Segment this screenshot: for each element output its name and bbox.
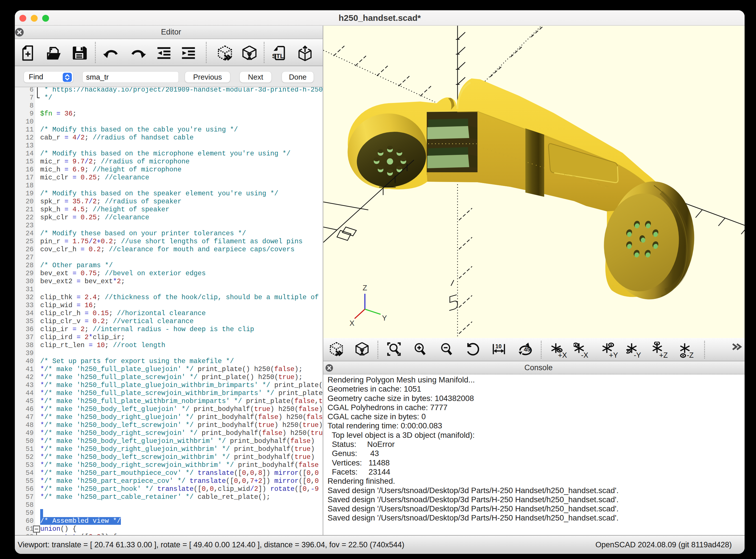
svg-text:+Y: +Y bbox=[609, 351, 618, 359]
svg-text:-X: -X bbox=[581, 351, 588, 359]
svg-text:-Z: -Z bbox=[687, 351, 693, 359]
svg-text:+X: +X bbox=[558, 351, 567, 359]
svg-text:Z: Z bbox=[363, 284, 367, 292]
svg-text:X: X bbox=[349, 319, 354, 328]
svg-text:45: 45 bbox=[524, 346, 530, 353]
svg-text:-Y: -Y bbox=[634, 351, 641, 359]
svg-text:STL: STL bbox=[272, 52, 284, 60]
svg-text:+Z: +Z bbox=[659, 351, 668, 359]
svg-text:10: 10 bbox=[496, 343, 502, 349]
svg-text:Y: Y bbox=[382, 314, 387, 322]
